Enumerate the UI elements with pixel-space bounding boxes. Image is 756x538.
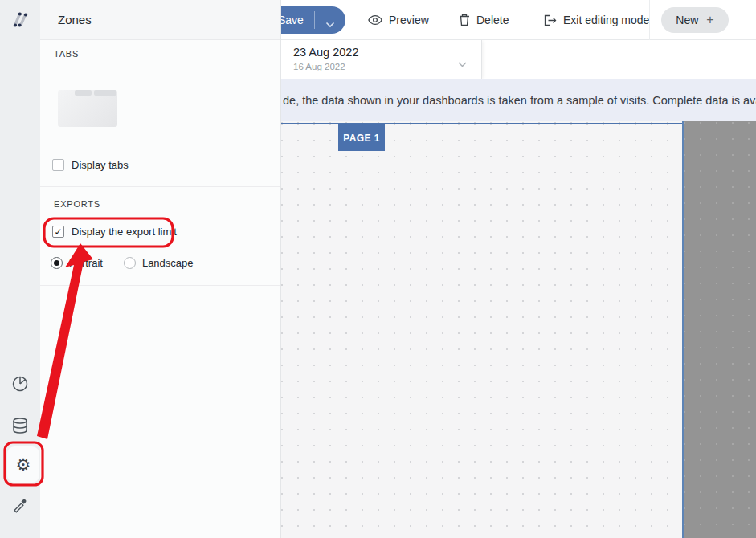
chevron-down-icon[interactable] [325, 17, 335, 31]
display-tabs-checkbox[interactable] [52, 159, 64, 171]
dashboard-page[interactable]: PAGE 1 [281, 123, 682, 538]
tabs-section-label: TABS [54, 49, 79, 59]
toolbar-divider [649, 0, 650, 40]
export-limit-checkbox-row[interactable]: ✓ Display the export limit [52, 226, 177, 238]
dashboard-editor-app: Save Preview Delete Exit editing mode [0, 0, 756, 538]
section-divider [40, 186, 280, 187]
sampling-banner-text: de, the data shown in your dashboards is… [283, 79, 756, 121]
gear-icon: ⚙ [16, 456, 31, 473]
portrait-radio[interactable] [51, 257, 63, 269]
pie-chart-icon[interactable] [10, 374, 30, 393]
display-tabs-checkbox-row[interactable]: Display tabs [52, 159, 129, 171]
sampling-banner: de, the data shown in your dashboards is… [281, 79, 756, 121]
panel-header: Zones [40, 0, 280, 40]
new-button-label: New [676, 14, 698, 26]
top-toolbar: Save Preview Delete Exit editing mode [241, 0, 756, 40]
export-limit-label: Display the export limit [72, 226, 177, 238]
date-row: 23 Aug 2022 16 Aug 2022 [281, 40, 756, 79]
save-button-label: Save [278, 14, 304, 26]
date-secondary: 16 Aug 2022 [293, 62, 345, 71]
outside-page-area [682, 121, 756, 538]
thumbnail-tab-shape [94, 90, 116, 96]
page-tab[interactable]: PAGE 1 [338, 124, 385, 151]
preview-label: Preview [389, 14, 429, 26]
landscape-radio[interactable] [124, 257, 136, 269]
database-icon[interactable] [10, 416, 30, 435]
trash-icon [459, 14, 470, 26]
plus-icon: + [706, 14, 713, 26]
icon-sidebar: ⚙ [0, 0, 40, 538]
eyedropper-icon[interactable] [10, 495, 30, 514]
exit-icon [544, 14, 557, 26]
date-range-picker[interactable]: 23 Aug 2022 16 Aug 2022 [281, 40, 482, 79]
exit-editing-mode-label: Exit editing mode [563, 14, 649, 26]
save-split-divider [314, 11, 315, 29]
preview-button[interactable]: Preview [368, 0, 429, 40]
exit-editing-mode-button[interactable]: Exit editing mode [544, 0, 649, 40]
sidebar-item-settings[interactable]: ⚙ [7, 446, 39, 483]
app-logo-icon [8, 7, 32, 31]
exports-section-label: EXPORTS [54, 199, 100, 209]
display-tabs-label: Display tabs [72, 159, 129, 171]
new-dashboard-button[interactable]: New + [661, 7, 729, 33]
thumbnail-tab-shape [75, 90, 92, 96]
eye-icon [368, 14, 382, 26]
dashboard-workspace: PAGE 1 [281, 121, 756, 538]
delete-label: Delete [476, 14, 509, 26]
section-divider [40, 285, 280, 286]
zones-settings-panel: Zones TABS Display tabs EXPORTS ✓ Displa… [40, 0, 281, 538]
delete-button[interactable]: Delete [459, 0, 509, 40]
landscape-label: Landscape [142, 257, 194, 269]
chevron-down-icon [458, 56, 467, 71]
orientation-radio-group: Portrait Landscape [51, 257, 194, 269]
tabs-preview-thumbnail[interactable] [58, 90, 117, 127]
export-limit-checkbox[interactable]: ✓ [52, 226, 64, 238]
portrait-label: Portrait [69, 257, 103, 269]
date-primary: 23 Aug 2022 [293, 46, 358, 59]
panel-title: Zones [58, 0, 92, 40]
